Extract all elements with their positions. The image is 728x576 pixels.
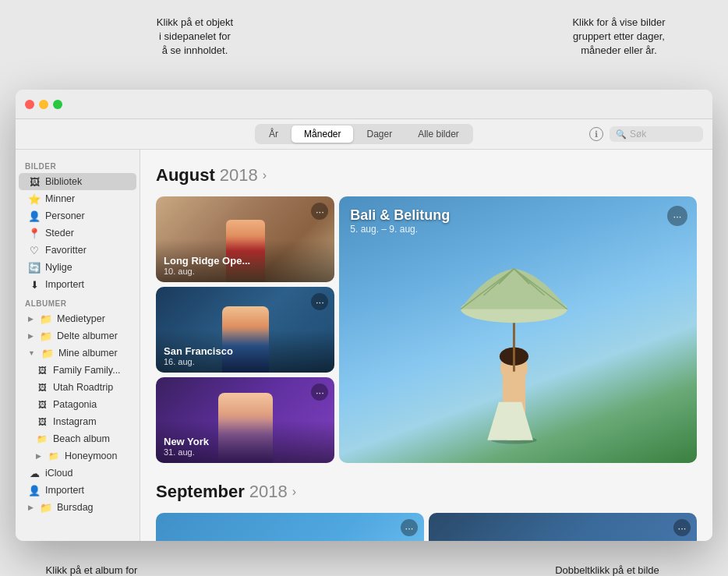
callout-top-right: Klikk for å vise bilder gruppert etter d… [541,16,697,58]
mine-albumer-icon: 📁 [41,347,54,359]
sidebar-item-delte[interactable]: ▶ 📁 Delte albumer [19,327,136,345]
nylige-icon: 🔄 [28,261,41,274]
app-window: År Måneder Dager Alle bilder ℹ 🔍 Søk Bil… [16,90,712,541]
september-month: September [156,482,245,502]
sidebar-label-bursdag: Bursdag [57,502,94,513]
ridge-date: 10. aug. [164,267,327,276]
sidebar-label-steder: Steder [45,228,74,239]
bali-info: Bali & Belitung 5. aug. – 9. aug. [350,207,450,235]
photo-card-belitung[interactable]: ··· Belitung 11. sep. – 15. sep. [156,513,424,541]
photo-card-sf[interactable]: ··· San Francisco 16. aug. [156,287,334,373]
info-button[interactable]: ℹ [589,127,603,141]
minimize-button[interactable] [39,100,48,109]
sidebar-item-bibliotek[interactable]: 🖼 Bibliotek [19,173,136,190]
sidebar-item-beach[interactable]: 📁 Beach album [19,430,136,447]
sidebar-item-bursdag[interactable]: ▶ 📁 Bursdag [19,499,136,516]
honeymoon-icon: 📁 [48,450,60,462]
tab-all[interactable]: Alle bilder [405,125,472,143]
callout-top-left: Klikk på et objekt i sidepanelet for å s… [133,16,257,58]
ny-overlay: New York 31. aug. [156,420,334,463]
tab-year[interactable]: År [256,125,291,143]
sidebar-item-nylige[interactable]: 🔄 Nylige [19,259,136,276]
ridge-more-btn[interactable]: ··· [311,203,328,220]
sidebar-item-favoritter[interactable]: ♡ Favoritter [19,242,136,259]
photo-card-ridge[interactable]: ··· Long Ridge Ope... 10. aug. [156,196,334,282]
sidebar-item-minner[interactable]: ⭐ Minner [19,190,136,207]
sidebar-label-bibliotek: Bibliotek [45,176,82,187]
utah-icon: 🖼 [36,381,48,394]
sidebar-label-icloud: iCloud [45,468,72,479]
sidebar-item-instagram[interactable]: 🖼 Instagram [19,413,136,430]
sidebar-label-utah: Utah Roadtrip [53,382,113,393]
ridge-overlay: Long Ridge Ope... 10. aug. [156,239,334,282]
photo-card-mossbeach[interactable]: ··· Moss Beach 30. sep. [429,513,697,541]
traffic-lights [25,100,62,109]
icloud-icon: ☁ [28,467,41,479]
september-grid: ··· Belitung 11. sep. – 15. sep. ··· Mos… [156,513,697,541]
tab-days[interactable]: Dager [354,125,405,143]
ny-title: New York [164,436,327,447]
page-wrapper: Klikk på et objekt i sidepanelet for å s… [16,16,712,576]
sidebar-item-steder[interactable]: 📍 Steder [19,224,136,242]
favoritter-icon: ♡ [28,244,41,256]
instagram-icon: 🖼 [36,415,48,428]
sidebar-item-family[interactable]: 🖼 Family Family... [19,362,136,379]
medietyper-disclosure: ▶ [28,315,34,323]
close-button[interactable] [25,100,34,109]
september-arrow[interactable]: › [292,485,296,499]
honeymoon-disclosure: ▶ [36,452,41,460]
sidebar-label-honeymoon: Honeymoon [65,451,117,461]
fullscreen-button[interactable] [53,100,62,109]
beach-icon: 📁 [36,433,48,445]
sidebar-item-importert-bottom[interactable]: 👤 Importert [19,482,136,499]
callout-bottom-right: Dobbeltklikk på et bilde for å vise kun … [518,564,697,576]
search-icon: 🔍 [616,129,627,140]
sidebar-albumer-label: Albumer [16,293,140,310]
importert-top-icon: ⬇ [28,278,41,291]
sidebar-item-patagonia[interactable]: 🖼 Patagonia [19,396,136,413]
content-area: Bilder 🖼 Bibliotek ⭐ Minner 👤 Personer 📍… [16,150,712,541]
delte-disclosure: ▶ [28,332,34,340]
bibliotek-icon: 🖼 [28,175,41,188]
tab-months[interactable]: Måneder [292,125,353,143]
sidebar-item-medietyper[interactable]: ▶ 📁 Medietyper [19,310,136,327]
sidebar-item-personer[interactable]: 👤 Personer [19,207,136,224]
mossbeach-more-btn[interactable]: ··· [673,519,691,536]
sidebar-item-icloud[interactable]: ☁ iCloud [19,465,136,482]
sidebar-label-delte: Delte albumer [57,330,118,341]
sidebar-label-mine-albumer: Mine albumer [58,348,118,359]
bursdag-icon: 📁 [40,501,52,514]
sidebar-item-honeymoon[interactable]: ▶ 📁 Honeymoon [19,447,136,465]
august-month: August [156,165,215,186]
steder-icon: 📍 [28,227,41,239]
belitung-more-btn[interactable]: ··· [401,519,418,536]
toolbar: År Måneder Dager Alle bilder ℹ 🔍 Søk [16,119,712,150]
family-icon: 🖼 [36,364,48,376]
callout-bottom-left: Klikk på et album for å se bildene i det… [23,564,160,576]
search-placeholder: Søk [630,129,646,140]
august-grid: ··· Long Ridge Ope... 10. aug. ··· San [156,196,697,463]
bali-more-btn[interactable]: ··· [667,206,687,226]
sidebar-label-instagram: Instagram [53,416,97,427]
sidebar-bilder-label: Bilder [16,156,140,173]
photo-card-ny[interactable]: ··· New York 31. aug. [156,377,334,463]
ridge-title: Long Ridge Ope... [164,255,327,267]
sidebar-item-utah[interactable]: 🖼 Utah Roadtrip [19,379,136,396]
bursdag-disclosure: ▶ [28,504,34,511]
ny-more-btn[interactable]: ··· [311,383,328,401]
august-arrow[interactable]: › [263,168,267,182]
sidebar-label-medietyper: Medietyper [57,313,105,324]
medietyper-icon: 📁 [40,313,52,325]
sidebar-item-mine-albumer[interactable]: ▼ 📁 Mine albumer [19,345,136,362]
sidebar-label-family: Family Family... [53,365,121,376]
importert-bottom-icon: 👤 [28,484,41,496]
sidebar-item-importert-top[interactable]: ⬇ Importert [19,276,136,293]
photo-card-bali[interactable]: ··· Bali & Belitung 5. aug. – 9. aug. [339,196,697,463]
sidebar-label-minner: Minner [45,193,75,204]
sidebar-label-beach: Beach album [53,433,110,444]
search-box[interactable]: 🔍 Søk [610,126,703,142]
bali-illustration [339,196,697,463]
sf-overlay: San Francisco 16. aug. [156,330,334,373]
sf-more-btn[interactable]: ··· [311,293,328,310]
sidebar-label-importert-bottom: Importert [45,485,84,496]
